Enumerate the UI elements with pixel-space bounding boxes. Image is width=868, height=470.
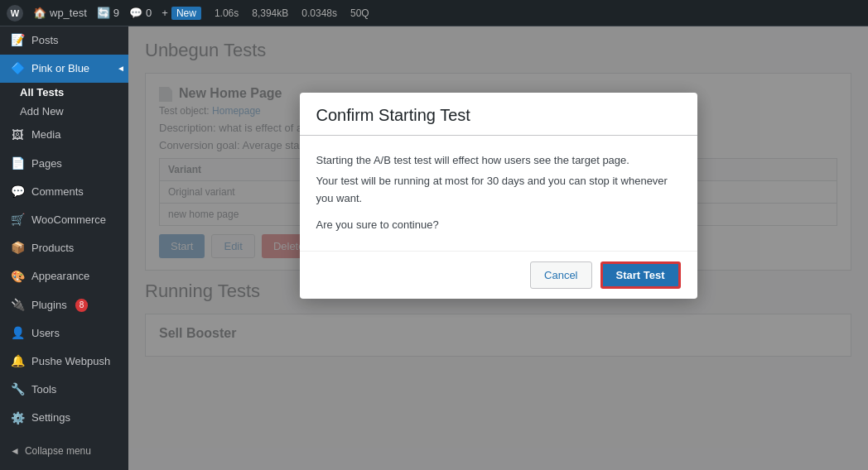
modal-header: Confirm Starting Test xyxy=(300,93,697,136)
sidebar-item-appearance[interactable]: 🎨 Appearance xyxy=(0,262,128,290)
sidebar-item-settings[interactable]: ⚙️ Settings xyxy=(0,404,128,432)
sidebar-item-pushe-webpush[interactable]: 🔔 Pushe Webpush xyxy=(0,348,128,376)
admin-bar: W 🏠 wp_test 🔄 9 💬 0 + New 1.06s 8,394kB … xyxy=(0,0,868,26)
pushe-icon: 🔔 xyxy=(10,354,25,369)
collapse-label: Collapse menu xyxy=(25,445,91,457)
media-icon: 🖼 xyxy=(10,127,25,142)
modal-body: Starting the A/B test test will effect h… xyxy=(300,136,697,251)
modal-title: Confirm Starting Test xyxy=(316,106,681,125)
start-test-button[interactable]: Start Test xyxy=(600,261,681,289)
sidebar-item-tools[interactable]: 🔧 Tools xyxy=(0,376,128,404)
sidebar-item-label: Products xyxy=(31,241,74,256)
sidebar-item-products[interactable]: 📦 Products xyxy=(0,234,128,262)
sidebar-item-users[interactable]: 👤 Users xyxy=(0,319,128,348)
tools-icon: 🔧 xyxy=(10,382,25,397)
performance-metrics: 1.06s 8,394kB 0.0348s 50Q xyxy=(215,7,369,19)
modal-line3: Are you sure to continue? xyxy=(316,217,681,234)
sidebar-item-label: Plugins xyxy=(31,298,67,313)
cancel-button[interactable]: Cancel xyxy=(530,261,591,289)
sidebar-item-pink-or-blue[interactable]: 🔷 Pink or Blue xyxy=(0,55,128,83)
updates-item[interactable]: 🔄 9 xyxy=(97,7,119,19)
modal-footer: Cancel Start Test xyxy=(300,251,697,299)
sidebar-item-comments[interactable]: 💬 Comments xyxy=(0,178,128,206)
sidebar-item-label: Pink or Blue xyxy=(31,61,89,76)
comments-item[interactable]: 💬 0 xyxy=(129,7,152,19)
sidebar-item-label: Settings xyxy=(31,410,70,425)
sidebar-item-posts[interactable]: 📝 Posts xyxy=(0,26,128,55)
sidebar-item-label: Pushe Webpush xyxy=(31,354,110,369)
updates-icon: 🔄 xyxy=(97,7,110,19)
sidebar-item-label: WooCommerce xyxy=(31,213,106,228)
sidebar-item-all-tests[interactable]: All Tests xyxy=(0,83,128,102)
new-item[interactable]: + New xyxy=(162,7,201,20)
sidebar-item-label: Tools xyxy=(31,382,56,397)
collapse-menu-button[interactable]: ◄ Collapse menu xyxy=(0,440,128,462)
appearance-icon: 🎨 xyxy=(10,269,25,284)
all-tests-label: All Tests xyxy=(20,86,64,98)
sidebar-item-pages[interactable]: 📄 Pages xyxy=(0,150,128,178)
sidebar-item-label: Comments xyxy=(31,185,84,199)
modal-overlay: Confirm Starting Test Starting the A/B t… xyxy=(128,26,868,470)
posts-icon: 📝 xyxy=(10,33,25,48)
wp-logo-icon[interactable]: W xyxy=(7,5,23,22)
settings-icon: ⚙️ xyxy=(10,410,25,425)
products-icon: 📦 xyxy=(10,241,25,256)
pages-icon: 📄 xyxy=(10,156,25,171)
add-new-label: Add New xyxy=(20,105,64,118)
home-icon: 🏠 xyxy=(33,7,46,19)
woocommerce-icon: 🛒 xyxy=(10,213,25,228)
sidebar-item-label: Media xyxy=(31,127,60,142)
pink-or-blue-icon: 🔷 xyxy=(10,61,25,76)
sidebar-item-woocommerce[interactable]: 🛒 WooCommerce xyxy=(0,206,128,234)
main-content: Unbegun Tests New Home Page Test object:… xyxy=(128,0,868,470)
plugins-badge: 8 xyxy=(75,299,89,312)
modal-line1: Starting the A/B test test will effect h… xyxy=(316,152,681,170)
collapse-icon: ◄ xyxy=(10,445,20,457)
comments-icon: 💬 xyxy=(129,7,142,19)
confirm-starting-test-modal: Confirm Starting Test Starting the A/B t… xyxy=(300,93,697,299)
sidebar-item-plugins[interactable]: 🔌 Plugins 8 xyxy=(0,291,128,319)
comments-icon: 💬 xyxy=(10,185,25,199)
sidebar-item-add-new[interactable]: Add New xyxy=(0,102,128,121)
sidebar: 📝 Posts 🔷 Pink or Blue All Tests Add New… xyxy=(0,0,128,470)
sidebar-item-label: Pages xyxy=(31,156,62,171)
new-badge: New xyxy=(171,7,201,20)
sidebar-item-label: Appearance xyxy=(31,269,89,284)
users-icon: 👤 xyxy=(10,326,25,341)
sidebar-item-label: Posts xyxy=(31,33,59,48)
sidebar-item-label: Users xyxy=(31,326,60,341)
modal-line2: Your test will be running at most for 30… xyxy=(316,173,681,208)
plugins-icon: 🔌 xyxy=(10,298,25,313)
sidebar-item-media[interactable]: 🖼 Media xyxy=(0,121,128,149)
site-name[interactable]: 🏠 wp_test xyxy=(33,7,87,19)
